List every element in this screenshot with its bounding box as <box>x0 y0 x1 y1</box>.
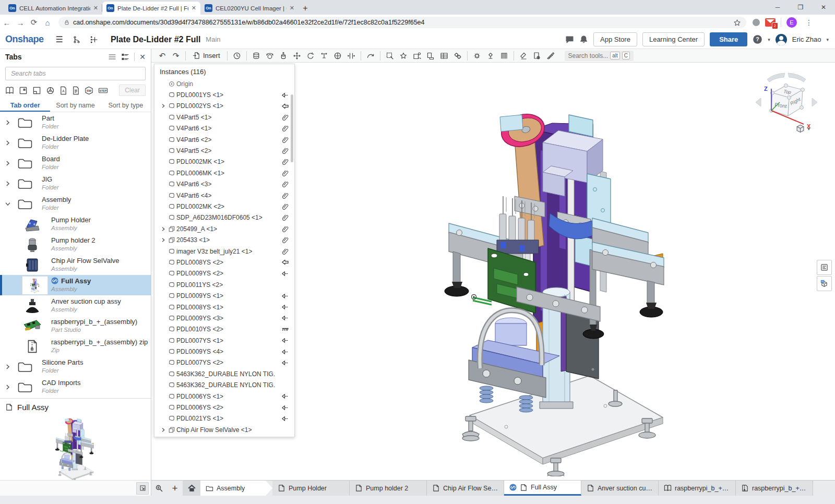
select-box-icon[interactable] <box>383 50 397 62</box>
instance-row-6[interactable]: V4Part5 <2> <box>154 145 294 156</box>
reload-icon[interactable]: ⟳ <box>27 18 41 27</box>
lines-doc-filter-icon[interactable] <box>72 86 80 95</box>
chevron-down-icon[interactable] <box>4 201 10 207</box>
new-tab-plus-icon[interactable]: + <box>167 481 183 496</box>
chevron-right-icon[interactable] <box>4 181 10 187</box>
doc-tab-1[interactable]: Pump Holder <box>272 481 350 496</box>
tab-item-4[interactable]: AssemblyFolder <box>0 194 151 214</box>
help-icon[interactable]: ? <box>753 34 762 44</box>
doc-tab-6[interactable]: raspberrypi_b_+_(asse... <box>659 481 736 496</box>
doc-tab-7[interactable]: raspberrypi_b_+_(asse... <box>736 481 813 496</box>
panel-resize-icon[interactable] <box>136 482 149 495</box>
instance-row-14[interactable]: 205433 <1> <box>154 234 294 245</box>
create-icon[interactable] <box>90 35 99 44</box>
workspace-name[interactable]: Main <box>206 35 220 43</box>
onshape-logo[interactable]: Onshape <box>5 34 44 45</box>
instances-scrollbar[interactable] <box>291 94 293 162</box>
instance-row-21[interactable]: PDL0009YS <3> <box>154 313 294 323</box>
chevron-right-icon[interactable] <box>4 384 10 390</box>
step-doc-filter-icon[interactable]: STEP <box>98 87 108 94</box>
instance-row-19[interactable]: PDL0009YS <1> <box>154 290 294 301</box>
chevron-right-icon[interactable] <box>160 103 166 109</box>
view-cube[interactable]: Top Front Right Z X <box>753 72 820 138</box>
minimize-button[interactable]: ─ <box>766 4 789 11</box>
pdf-doc-filter-icon[interactable]: A <box>59 86 67 95</box>
fastened-icon[interactable] <box>331 50 344 62</box>
doc-tab-0[interactable]: Assembly <box>200 481 272 496</box>
tab-item-2[interactable]: BoardFolder <box>0 153 151 173</box>
instance-row-27[interactable]: 5463K362_DURABLE NYLON TIG... <box>154 380 294 391</box>
assembly-doc-filter-icon[interactable] <box>19 86 28 95</box>
wheel-doc-filter-icon[interactable] <box>46 86 55 95</box>
cylindrical-mate-icon[interactable] <box>249 50 263 62</box>
tabs-search-input[interactable] <box>10 69 141 78</box>
close-tab-icon[interactable]: ✕ <box>93 5 98 11</box>
instance-row-11[interactable]: PDL0002MK <2> <box>154 201 294 212</box>
feature-list-pane-icon[interactable] <box>817 260 832 275</box>
named-position-icon[interactable] <box>410 50 424 62</box>
instance-row-2[interactable]: PDL0002YS <1> <box>154 101 294 112</box>
parallel-icon[interactable] <box>344 50 358 62</box>
mail-extension-icon[interactable]: 2 <box>765 18 776 27</box>
tab-item-3[interactable]: JIGFolder <box>0 173 151 194</box>
browser-tab-0[interactable]: OnCELL Automation Integration | CE✕ <box>4 2 102 15</box>
instance-row-28[interactable]: PDL0006YS <1> <box>154 391 294 402</box>
translate-icon[interactable] <box>290 50 304 62</box>
drag-instance-icon[interactable] <box>424 50 437 62</box>
close-panel-icon[interactable]: ✕ <box>139 53 146 61</box>
list-view-icon[interactable] <box>108 53 116 61</box>
chevron-right-icon[interactable] <box>4 140 10 146</box>
insert-button[interactable]: Insert <box>188 52 224 59</box>
instance-row-12[interactable]: SDP_A6D23M016DF0605 <1> <box>154 212 294 223</box>
close-tab-icon[interactable]: ✕ <box>192 5 196 11</box>
clear-filters-button[interactable]: Clear <box>119 85 146 96</box>
main-menu-icon[interactable]: ☰ <box>56 34 63 44</box>
tab-item-0[interactable]: PartFolder <box>0 112 151 133</box>
browser-menu-icon[interactable]: ⋮ <box>802 18 816 27</box>
pin-slot-icon[interactable] <box>317 50 331 62</box>
instance-row-31[interactable]: Chip Air Flow SelValve <1> <box>154 424 294 435</box>
instance-row-3[interactable]: V4Part5 <1> <box>154 112 294 123</box>
tab-item-11[interactable]: raspberrypi_b_+_(assembly) zipZip <box>0 336 151 356</box>
tab-item-12[interactable]: Silicone PartsFolder <box>0 356 151 377</box>
tab-item-7[interactable]: Chip Air Flow SelValveAssembly <box>0 255 151 275</box>
undo-icon[interactable]: ↶ <box>156 50 169 62</box>
restore-button[interactable]: ❐ <box>789 4 812 11</box>
doc-tab-3[interactable]: Chip Air Flow SelValve <box>427 481 504 496</box>
gear-icon[interactable] <box>470 50 484 62</box>
instance-row-16[interactable]: PDL0008YS <2> <box>154 257 294 268</box>
bom-pane-icon[interactable] <box>817 276 832 291</box>
tab-item-8[interactable]: Full AssyAssembly <box>0 275 151 295</box>
instance-row-10[interactable]: V4Part6 <4> <box>154 190 294 201</box>
learning-center-button[interactable]: Learning Center <box>642 32 705 46</box>
user-avatar[interactable] <box>776 34 787 45</box>
document-home-icon[interactable] <box>183 481 200 496</box>
doc-tab-2[interactable]: Pump holder 2 <box>350 481 427 496</box>
replicate-icon[interactable] <box>451 50 464 62</box>
search-tools-box[interactable]: Search tools... alt C <box>565 51 634 61</box>
instance-row-5[interactable]: V4Part6 <2> <box>154 134 294 145</box>
instance-row-9[interactable]: V4Part6 <3> <box>154 179 294 190</box>
notifications-icon[interactable] <box>579 35 588 44</box>
instance-row-8[interactable]: PDL0006MK <1> <box>154 167 294 178</box>
instance-row-25[interactable]: PDL0007YS <2> <box>154 357 294 368</box>
home-icon[interactable]: ⌂ <box>41 18 54 27</box>
sort-tab-1[interactable]: Sort by name <box>50 99 100 112</box>
instance-row-7[interactable]: PDL0002MK <1> <box>154 157 294 167</box>
tab-item-10[interactable]: raspberrypi_b_+_(assembly)Part Studio <box>0 316 151 336</box>
extension-icon[interactable] <box>753 19 760 26</box>
tab-item-5[interactable]: Pump HolderAssembly <box>0 214 151 234</box>
comb-icon[interactable] <box>497 50 511 62</box>
versions-icon[interactable] <box>73 35 81 44</box>
close-tab-icon[interactable]: ✕ <box>290 5 294 11</box>
composite-doc-filter-icon[interactable] <box>5 86 14 95</box>
detail-view-icon[interactable] <box>121 53 129 61</box>
instance-row-29[interactable]: PDL0006YS <2> <box>154 402 294 413</box>
chevron-right-icon[interactable] <box>160 427 166 433</box>
tab-item-1[interactable]: De-Lidder PlateFolder <box>0 133 151 153</box>
rotate-icon[interactable] <box>304 50 317 62</box>
instance-row-26[interactable]: 5463K362_DURABLE NYLON TIG... <box>154 368 294 379</box>
redo-icon[interactable]: ↷ <box>169 50 183 62</box>
instance-row-30[interactable]: PDL0021YS <1> <box>154 413 294 424</box>
instance-row-4[interactable]: V4Part6 <1> <box>154 123 294 134</box>
